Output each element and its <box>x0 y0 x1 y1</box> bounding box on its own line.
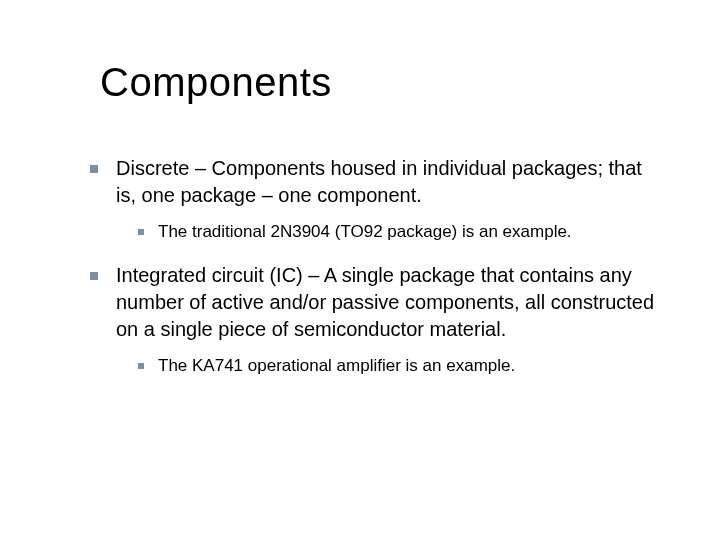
square-bullet-icon <box>90 165 98 173</box>
square-bullet-icon <box>138 363 144 369</box>
bullet-text: Discrete – Components housed in individu… <box>116 155 660 209</box>
sub-bullet-text: The KA741 operational amplifier is an ex… <box>158 355 660 378</box>
square-bullet-icon <box>90 272 98 280</box>
slide: Components Discrete – Components housed … <box>0 0 720 540</box>
bullet-discrete: Discrete – Components housed in individu… <box>90 155 660 209</box>
slide-title: Components <box>100 60 660 105</box>
sub-bullet-2n3904: The traditional 2N3904 (TO92 package) is… <box>138 221 660 244</box>
bullet-text: Integrated circuit (IC) – A single packa… <box>116 262 660 343</box>
sub-bullet-ka741: The KA741 operational amplifier is an ex… <box>138 355 660 378</box>
sub-bullet-text: The traditional 2N3904 (TO92 package) is… <box>158 221 660 244</box>
square-bullet-icon <box>138 229 144 235</box>
bullet-integrated-circuit: Integrated circuit (IC) – A single packa… <box>90 262 660 343</box>
